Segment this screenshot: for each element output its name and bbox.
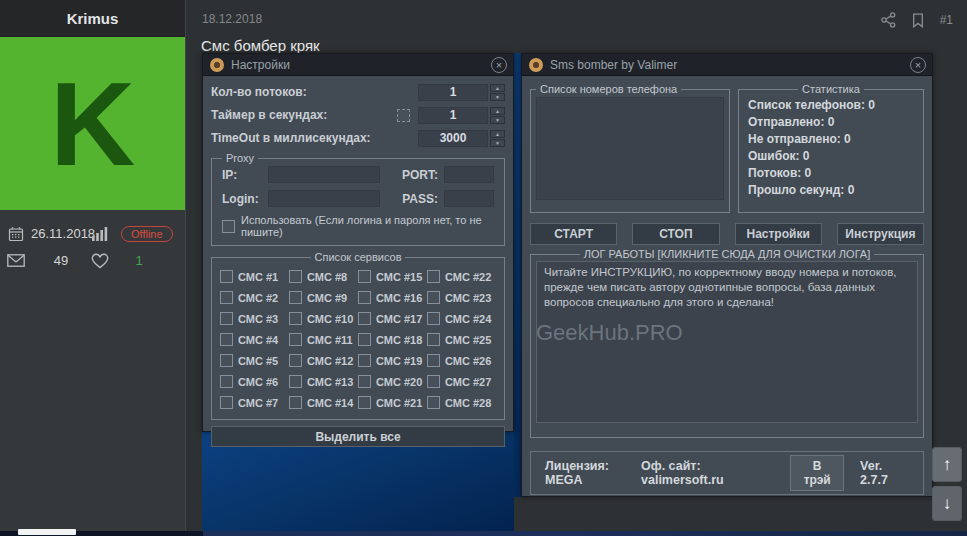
service-item[interactable]: СМС #21: [358, 396, 427, 409]
log-output[interactable]: Читайте ИНСТРУКЦИЮ, по корректному вводу…: [536, 261, 918, 423]
timer-spinner-down-button[interactable]: ▼: [490, 116, 505, 124]
checkbox[interactable]: [289, 396, 302, 409]
username-header[interactable]: Krimus: [0, 0, 185, 37]
service-item[interactable]: СМС #14: [289, 396, 358, 409]
checkbox[interactable]: [358, 375, 371, 388]
timer-input[interactable]: 1: [418, 107, 488, 124]
service-item[interactable]: СМС #12: [289, 354, 358, 367]
bomber-window-title: Sms bomber by Valimer: [550, 58, 677, 72]
service-item[interactable]: СМС #5: [220, 354, 289, 367]
checkbox[interactable]: [220, 333, 233, 346]
timeout-spinner-down-button[interactable]: ▼: [490, 139, 505, 147]
service-item[interactable]: СМС #16: [358, 291, 427, 304]
service-item[interactable]: СМС #3: [220, 312, 289, 325]
checkbox[interactable]: [427, 291, 440, 304]
bomber-close-button[interactable]: ×: [910, 57, 926, 73]
checkbox[interactable]: [220, 396, 233, 409]
stop-button[interactable]: СТОП: [632, 223, 719, 245]
threads-input[interactable]: 1: [418, 84, 488, 101]
service-item[interactable]: СМС #9: [289, 291, 358, 304]
service-item[interactable]: СМС #19: [358, 354, 427, 367]
checkbox[interactable]: [427, 270, 440, 283]
checkbox[interactable]: [220, 270, 233, 283]
service-item[interactable]: СМС #13: [289, 375, 358, 388]
service-item[interactable]: СМС #24: [427, 312, 496, 325]
checkbox[interactable]: [289, 333, 302, 346]
post-actions: #1: [881, 12, 953, 28]
service-item[interactable]: СМС #28: [427, 396, 496, 409]
service-item[interactable]: СМС #20: [358, 375, 427, 388]
service-item[interactable]: СМС #27: [427, 375, 496, 388]
checkbox[interactable]: [289, 291, 302, 304]
proxy-login-input[interactable]: [268, 190, 380, 207]
checkbox[interactable]: [427, 396, 440, 409]
service-item[interactable]: СМС #7: [220, 396, 289, 409]
proxy-use-checkbox[interactable]: [222, 220, 235, 233]
settings-close-button[interactable]: ×: [491, 57, 507, 73]
checkbox[interactable]: [358, 396, 371, 409]
post-number[interactable]: #1: [940, 13, 953, 27]
checkbox[interactable]: [289, 312, 302, 325]
service-item[interactable]: СМС #17: [358, 312, 427, 325]
service-label: СМС #14: [307, 397, 353, 409]
service-item[interactable]: СМС #22: [427, 270, 496, 283]
tray-button[interactable]: В трэй: [790, 455, 844, 491]
threads-spinner-up-button[interactable]: ▲: [490, 84, 505, 92]
select-all-button[interactable]: Выделить все: [211, 426, 505, 447]
service-item[interactable]: СМС #4: [220, 333, 289, 346]
settings-titlebar[interactable]: Настройки ×: [203, 54, 513, 76]
scroll-bottom-button[interactable]: ↓: [932, 486, 962, 521]
stat-errors: Ошибок: 0: [748, 148, 914, 165]
start-button[interactable]: СТАРТ: [530, 223, 617, 245]
checkbox[interactable]: [220, 354, 233, 367]
threads-spinner-down-button[interactable]: ▼: [490, 93, 505, 101]
service-item[interactable]: СМС #15: [358, 270, 427, 283]
checkbox[interactable]: [358, 312, 371, 325]
checkbox[interactable]: [220, 312, 233, 325]
instruction-button[interactable]: Инструкция: [837, 223, 924, 245]
checkbox[interactable]: [289, 375, 302, 388]
service-item[interactable]: СМС #26: [427, 354, 496, 367]
timeout-input[interactable]: 3000: [418, 130, 488, 147]
avatar[interactable]: K: [0, 37, 185, 210]
service-label: СМС #3: [238, 313, 278, 325]
checkbox[interactable]: [289, 354, 302, 367]
proxy-use-row[interactable]: Использовать (Если логина и пароля нет, …: [222, 214, 494, 238]
service-item[interactable]: СМС #11: [289, 333, 358, 346]
scroll-top-button[interactable]: ↑: [932, 447, 962, 482]
checkbox[interactable]: [358, 270, 371, 283]
checkbox[interactable]: [289, 270, 302, 283]
caret-up-icon: ▲: [495, 108, 500, 114]
checkbox[interactable]: [220, 291, 233, 304]
bookmark-icon[interactable]: [912, 13, 924, 28]
service-item[interactable]: СМС #1: [220, 270, 289, 283]
timer-spinner-up-button[interactable]: ▲: [490, 107, 505, 115]
checkbox[interactable]: [427, 354, 440, 367]
proxy-pass-input[interactable]: [444, 190, 494, 207]
checkbox[interactable]: [358, 333, 371, 346]
checkbox[interactable]: [220, 375, 233, 388]
checkbox[interactable]: [358, 354, 371, 367]
service-item[interactable]: СМС #6: [220, 375, 289, 388]
checkbox[interactable]: [358, 291, 371, 304]
service-item[interactable]: СМС #23: [427, 291, 496, 304]
service-item[interactable]: СМС #10: [289, 312, 358, 325]
share-icon[interactable]: [881, 12, 896, 28]
checkbox[interactable]: [427, 375, 440, 388]
service-item[interactable]: СМС #25: [427, 333, 496, 346]
official-site-link[interactable]: Оф. сайт: valimersoft.ru: [641, 459, 774, 487]
phone-list-textarea[interactable]: [536, 97, 724, 200]
service-item[interactable]: СМС #2: [220, 291, 289, 304]
proxy-ip-input[interactable]: [268, 166, 380, 183]
timer-checkbox[interactable]: [397, 109, 410, 122]
envelope-icon: [7, 254, 25, 267]
checkbox[interactable]: [427, 312, 440, 325]
settings-button[interactable]: Настройки: [735, 223, 822, 245]
log-legend: ЛОГ РАБОТЫ [КЛИКНИТЕ СЮДА ДЛЯ ОЧИСТКИ ЛО…: [580, 248, 875, 260]
service-item[interactable]: СМС #8: [289, 270, 358, 283]
checkbox[interactable]: [427, 333, 440, 346]
service-item[interactable]: СМС #18: [358, 333, 427, 346]
timeout-spinner-up-button[interactable]: ▲: [490, 130, 505, 138]
bomber-titlebar[interactable]: Sms bomber by Valimer ×: [522, 54, 932, 76]
proxy-port-input[interactable]: [444, 166, 494, 183]
